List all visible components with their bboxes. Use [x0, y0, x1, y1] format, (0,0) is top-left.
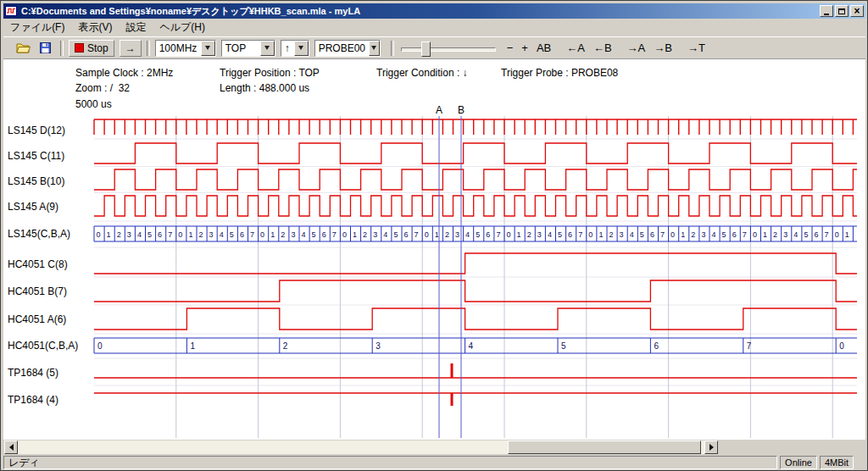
- trigger-position-value: TOP: [222, 41, 260, 56]
- title-bar: C:¥Documents and Settings¥noname¥デスクトップ¥…: [3, 3, 865, 19]
- status-online: Online: [780, 456, 817, 469]
- slider-track: [401, 47, 496, 52]
- window-controls: ×: [820, 5, 864, 17]
- ab-button[interactable]: AB: [532, 40, 555, 57]
- cursor-b-left-button[interactable]: ←B: [589, 40, 616, 57]
- scroll-thumb[interactable]: [508, 441, 701, 454]
- trigger-position-select[interactable]: TOP: [221, 40, 275, 57]
- dropdown-arrow-icon[interactable]: [294, 41, 309, 56]
- left-arrow-icon: [9, 444, 14, 451]
- save-button[interactable]: [36, 40, 55, 57]
- zoom-out-button[interactable]: −: [503, 40, 518, 57]
- cursor-a-left-button[interactable]: ←A: [562, 40, 589, 57]
- zoom-in-button[interactable]: +: [517, 40, 532, 57]
- stop-label: Stop: [87, 42, 108, 54]
- logic-analyzer-icon: [5, 5, 18, 17]
- cursor-a-right-button[interactable]: →A: [623, 40, 650, 57]
- trigger-condition-text: Trigger Condition : ↓: [376, 67, 468, 79]
- trigger-probe-text: Trigger Probe : PROBE08: [501, 67, 618, 79]
- status-bar: レディ Online 4MBit: [3, 456, 865, 469]
- dropdown-arrow-icon[interactable]: [201, 41, 215, 56]
- save-floppy-icon: [40, 42, 51, 53]
- dropdown-arrow-icon[interactable]: [369, 41, 380, 56]
- trigger-probe-select[interactable]: PROBE00: [314, 40, 381, 57]
- maximize-button[interactable]: [835, 5, 849, 17]
- trigger-position-text: Trigger Position : TOP: [220, 67, 320, 79]
- length-text: Length : 488.000 us: [220, 82, 309, 94]
- stop-icon: [75, 43, 84, 53]
- trigger-edge-select[interactable]: ↑: [281, 40, 309, 57]
- menu-file[interactable]: ファイル(F): [3, 19, 71, 36]
- scroll-left-button[interactable]: [4, 441, 18, 454]
- minimize-icon: [824, 14, 829, 15]
- goto-trigger-button[interactable]: →T: [683, 40, 709, 57]
- menu-settings[interactable]: 設定: [119, 19, 153, 36]
- right-arrow-icon: [709, 444, 714, 451]
- zoom-slider[interactable]: [401, 40, 496, 57]
- sample-rate-value: 100MHz: [156, 41, 201, 56]
- main-panel: Sample Clock : 2MHz Trigger Position : T…: [3, 58, 865, 440]
- status-message: レディ: [3, 456, 777, 469]
- cursor-b-right-button[interactable]: →B: [649, 40, 676, 57]
- open-button[interactable]: [12, 40, 36, 57]
- run-arrow-icon: →: [125, 42, 136, 54]
- sample-clock-text: Sample Clock : 2MHz: [75, 67, 173, 79]
- status-memory: 4MBit: [820, 456, 854, 469]
- minimize-button[interactable]: [820, 5, 833, 17]
- horizontal-scrollbar[interactable]: [4, 441, 718, 454]
- toolbar-separator: [147, 41, 150, 56]
- app-window: C:¥Documents and Settings¥noname¥デスクトップ¥…: [0, 0, 868, 471]
- menu-view[interactable]: 表示(V): [71, 19, 119, 36]
- sample-rate-select[interactable]: 100MHz: [155, 40, 216, 57]
- scroll-strip: [3, 440, 865, 455]
- scroll-right-button[interactable]: [704, 441, 718, 454]
- toolbar-separator: [391, 41, 394, 56]
- app-icon[interactable]: [5, 5, 18, 17]
- run-button[interactable]: →: [120, 40, 142, 57]
- toolbar-separator: [60, 41, 64, 56]
- open-folder-icon: [16, 42, 31, 53]
- close-icon: ×: [854, 6, 860, 16]
- zoom-text: Zoom : / 32: [75, 82, 130, 94]
- maximize-icon: [838, 8, 845, 14]
- close-button[interactable]: ×: [850, 5, 864, 17]
- window-title: C:¥Documents and Settings¥noname¥デスクトップ¥…: [21, 5, 820, 18]
- menu-help[interactable]: ヘルプ(H): [153, 19, 212, 36]
- trigger-probe-value: PROBE00: [315, 41, 369, 56]
- toolbar: Stop → 100MHz TOP ↑ PROBE00 − + AB: [3, 36, 865, 58]
- scroll-track[interactable]: [18, 441, 704, 454]
- menu-bar: ファイル(F) 表示(V) 設定 ヘルプ(H): [3, 19, 865, 36]
- slider-thumb[interactable]: [421, 42, 431, 57]
- dropdown-arrow-icon[interactable]: [260, 41, 275, 56]
- trigger-edge-value: ↑: [281, 41, 294, 56]
- stop-button[interactable]: Stop: [69, 40, 114, 57]
